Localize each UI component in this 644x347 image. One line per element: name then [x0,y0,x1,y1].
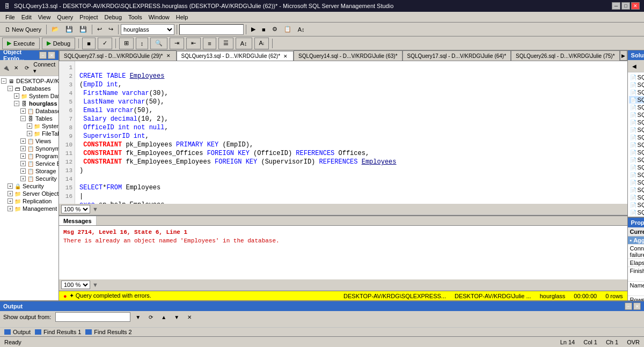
expander-filetables[interactable]: + [27,131,32,136]
output-tab-find1[interactable]: Find Results 1 [35,329,81,335]
toolbar2-extra5[interactable]: ⇤ [186,38,201,49]
code-editor[interactable]: 1 2 3 4 5 6 7 8 9 10 11 12 13 14 15 16 [59,61,627,204]
tree-item-server[interactable]: − 🖥 DESKTOP-AV/KRDG\ [1,77,57,85]
sol-item-sqlquery24[interactable]: 📄 SQLQuery24.sql [629,186,644,194]
sol-item-sqlquery25[interactable]: 📄 SQLQuery25.sql [629,194,644,201]
output-btn-5[interactable]: ✕ [184,312,195,322]
tree-item-service-broker[interactable]: + 📋 Service Broker [1,160,57,167]
menu-tools[interactable]: Tools [125,13,145,21]
tree-item-sys-tables[interactable]: + 📁 System Tables [1,122,57,130]
toolbar2-extra9[interactable]: Aᵢ [254,38,269,49]
expander-security[interactable]: + [8,183,13,189]
tree-item-storage[interactable]: + 📋 Storage [1,167,57,175]
open-button[interactable]: 📂 [49,24,62,35]
toolbar2-extra1[interactable]: ⊞ [119,38,134,49]
sol-item-sqlquery21[interactable]: 📄 SQLQuery21.sql [629,164,644,171]
output-pin-button[interactable]: − [625,302,632,310]
explorer-pin-button[interactable]: − [39,51,47,59]
parse-button[interactable]: ✓ [98,38,112,49]
sol-item-sqlquery15[interactable]: 📄 SQLQuery15.sql [629,111,644,119]
execute-button[interactable]: ▶ Execute [2,38,40,49]
tree-item-system-dbs[interactable]: + 📁 System Databases [1,92,57,100]
expander-databases[interactable]: − [8,86,13,91]
code-content[interactable]: CREATE TABLE Employees (EmpID int, First… [75,61,627,204]
minimize-button[interactable]: ─ [612,2,620,10]
tree-item-views[interactable]: + 📋 Views [1,137,57,145]
expander-replication[interactable]: + [8,198,13,204]
menu-file[interactable]: File [2,13,18,21]
database-dropdown[interactable]: hourglass [121,24,174,35]
expander-synonyms[interactable]: + [20,146,26,151]
results-zoom-select[interactable]: 100 % [61,280,90,289]
expander-programmability[interactable]: + [20,153,26,159]
tab-sqlquery13[interactable]: SQLQuery13.sql - D...V/KRDG\Julie (62)* … [177,51,294,61]
toolbar2-extra3[interactable]: 🔍 [150,38,167,49]
output-tab-find2[interactable]: Find Results 2 [85,329,131,335]
sol-item-sqlquery27[interactable]: 📄 SQLQuery27.sql [629,209,644,216]
explorer-close-button[interactable]: ✕ [48,51,55,59]
close-button[interactable]: ✕ [631,2,640,10]
undo-button[interactable]: ↩ [94,24,105,35]
output-source-input[interactable] [55,312,130,322]
menu-query[interactable]: Query [54,13,76,21]
sol-forward-button[interactable]: ▶ [641,61,644,71]
sol-item-sqlquery2[interactable]: 📄 SQLQuery2.sql [629,141,644,149]
sol-item-sqlquery23[interactable]: 📄 SQLQuery23.sql [629,179,644,186]
toolbar2-extra6[interactable]: ≡ [203,38,216,49]
toolbar2-extra8[interactable]: A↕ [236,38,252,49]
tab-sqlquery27[interactable]: SQLQuery27.sql - D...V/KRDG\Julie (29)* … [59,50,177,61]
tree-item-security[interactable]: + 🔒 Security [1,182,57,190]
explorer-refresh-button[interactable]: ⟳ [22,63,31,73]
sol-item-sqlquery14[interactable]: 📄 SQLQuery14.sql [629,104,644,111]
toolbar-btn-extra5[interactable]: A↕ [295,24,308,35]
menu-project[interactable]: Project [76,13,101,21]
toolbar-btn-extra3[interactable]: ⚙ [269,24,280,35]
menu-edit[interactable]: Edit [18,13,35,21]
toolbar2-extra7[interactable]: ☰ [218,38,233,49]
sol-item-sqlquery22[interactable]: 📄 SQLQuery22.sql [629,171,644,179]
zoom-select[interactable]: 100 % 75 % 50 % [61,205,90,213]
tab-sqlquery17[interactable]: SQLQuery17.sql - D...V/KRDG\Julie (64)* [402,50,511,61]
tab-close-sqlquery13[interactable]: ✕ [282,53,289,60]
tree-item-tables[interactable]: − 🗄 Tables [1,115,57,122]
tree-item-security-sub[interactable]: + 📋 Security [1,175,57,182]
toolbar2-extra4[interactable]: ⇥ [170,38,184,49]
sol-item-sqlquery11[interactable]: 📄 SQLQuery11.sql [629,81,644,88]
expander-tables[interactable]: − [20,116,26,121]
sol-back-button[interactable]: ◀ [629,61,640,71]
output-btn-4[interactable]: ▼ [171,312,182,322]
sol-item-sqlquery12[interactable]: 📄 SQLQuery12.sql [629,88,644,96]
expander-security-sub[interactable]: + [20,176,26,181]
cancel-button[interactable]: ■ [82,38,96,49]
sol-item-sqlquery20[interactable]: 📄 SQLQuery20.sql [629,156,644,164]
tree-item-filetables[interactable]: + 📁 FileTables [1,130,57,137]
toolbar-btn-extra1[interactable]: ▶ [248,24,258,35]
sol-item-sqlquery16[interactable]: 📄 SQLQuery16.sql [629,119,644,126]
sol-item-sqlquery18[interactable]: 📄 SQLQuery18.sql [629,134,644,141]
tab-sqlquery14[interactable]: SQLQuery14.sql - D...V/KRDG\Julie (63)* [294,50,402,61]
expander-server[interactable]: − [1,78,6,84]
expander-db-diag[interactable]: + [20,108,26,114]
redo-button[interactable]: ↪ [106,24,116,35]
output-btn-2[interactable]: ⟳ [145,312,156,322]
menu-view[interactable]: View [35,13,54,21]
tabs-scroll-right[interactable]: ▶ [620,50,627,61]
save-button[interactable]: 💾 [63,24,76,35]
tree-item-programmability[interactable]: + 📋 Programmability [1,152,57,160]
tree-item-server-objects[interactable]: + 📁 Server Objects [1,190,57,197]
menu-window[interactable]: Window [145,13,173,21]
menu-help[interactable]: Help [173,13,192,21]
explorer-connect-button[interactable]: 🔌 [1,63,10,73]
expander-service-broker[interactable]: + [20,161,26,166]
maximize-button[interactable]: □ [621,2,630,10]
tree-item-synonyms[interactable]: + 📋 Synonyms [1,145,57,152]
expander-system-dbs[interactable]: + [14,93,19,99]
expander-sys-tables[interactable]: + [27,123,32,129]
tab-close-sqlquery27[interactable]: ✕ [165,53,172,59]
expander-management[interactable]: + [8,206,13,211]
expander-hourglass[interactable]: − [14,101,19,106]
output-close-button[interactable]: ✕ [633,302,641,310]
menu-debug[interactable]: Debug [101,13,125,21]
messages-tab[interactable]: Messages [59,216,97,225]
tree-item-databases[interactable]: − 🗃 Databases [1,85,57,92]
